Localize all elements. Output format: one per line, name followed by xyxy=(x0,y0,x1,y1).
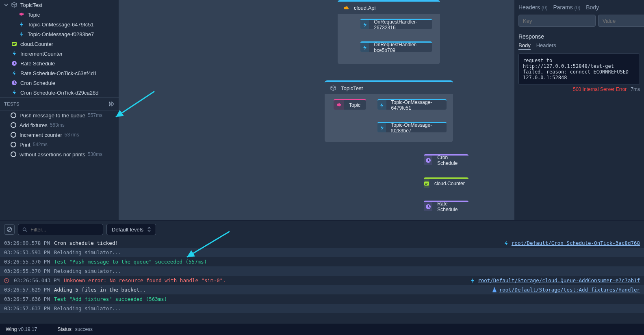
graph-group[interactable]: cloud.Api xyxy=(338,0,440,64)
tree-item[interactable]: Rate Schedule-OnTick-c63ef4d1 xyxy=(0,68,119,78)
node-label: Topic-OnMessage-f0283be7 xyxy=(386,122,447,134)
clock-icon xyxy=(424,156,432,165)
log-source-link[interactable]: root/Default/Storage/cloud.Queue-AddCons… xyxy=(470,277,640,283)
test-item[interactable]: Print542ms xyxy=(0,140,119,149)
bolt-icon xyxy=(503,240,509,246)
tree-item[interactable]: Rate Schedule xyxy=(0,58,119,68)
node-label: Topic xyxy=(344,102,365,108)
tree-item[interactable]: Topic-OnMessage-f0283be7 xyxy=(0,29,119,39)
test-label: Increment counter xyxy=(20,132,62,138)
response-tab[interactable]: Body xyxy=(518,42,531,50)
clock-icon xyxy=(424,202,432,211)
test-item[interactable]: Push message to the queue557ms xyxy=(0,110,119,120)
clear-console-button[interactable] xyxy=(4,224,15,235)
console-toolbar: Default levels xyxy=(0,220,644,238)
response-tab[interactable]: Headers xyxy=(536,42,556,50)
bolt-icon xyxy=(18,30,25,38)
bolt-icon xyxy=(11,69,18,77)
tree-item-label: IncrementCounter xyxy=(20,51,63,57)
product-version: v0.19.17 xyxy=(18,326,37,332)
tree-item[interactable]: cloud.Counter xyxy=(0,39,119,49)
graph-node[interactable]: Topic-OnMessage-f0283be7 xyxy=(377,122,447,132)
svg-rect-3 xyxy=(13,44,15,45)
log-source-link[interactable]: root/Default/Storage/test:Add fixtures/H… xyxy=(492,287,640,293)
node-label: OnRequestHandler-26732316 xyxy=(369,19,432,30)
tests-header: TESTS xyxy=(0,97,119,110)
chevron-down-icon[interactable] xyxy=(4,3,11,7)
tests-list: Push message to the queue557msAdd fixtur… xyxy=(0,110,119,159)
response-status-row: 500 Internal Server Error 7ms xyxy=(518,86,640,92)
console-filter[interactable] xyxy=(18,224,103,235)
key-input[interactable] xyxy=(518,15,596,27)
cube-icon xyxy=(11,1,18,9)
graph-node[interactable]: OnRequestHandler-26732316 xyxy=(360,19,432,29)
test-item[interactable]: Add fixtures563ms xyxy=(0,120,119,130)
log-levels-select[interactable]: Default levels xyxy=(106,224,156,235)
request-tab[interactable]: Params (0) xyxy=(553,4,580,11)
tree-item[interactable]: Topic-OnMessage-6479fc51 xyxy=(0,19,119,29)
bolt-icon xyxy=(11,89,18,96)
log-row: 03:26:56.043 PMUnknown error: No resourc… xyxy=(0,276,644,285)
log-message: Unknown error: No resource found with ha… xyxy=(64,277,226,283)
error-icon xyxy=(4,278,9,283)
log-levels-label: Default levels xyxy=(112,227,143,233)
console-filter-input[interactable] xyxy=(30,227,99,233)
request-tab[interactable]: Headers (0) xyxy=(518,4,547,11)
bolt-icon xyxy=(377,100,386,110)
tree-item[interactable]: IncrementCounter xyxy=(0,49,119,58)
cube-icon xyxy=(330,84,337,92)
graph-node[interactable]: Rate Schedule xyxy=(424,201,468,211)
inspector-panel: Headers (0)Params (0)Body Response BodyH… xyxy=(514,0,644,220)
tree-item-label: Rate Schedule xyxy=(20,61,55,67)
status-bar: Wing v0.19.17 Status: success xyxy=(0,324,644,335)
log-timestamp: 03:26:53.593 PM xyxy=(4,249,50,255)
test-status-icon xyxy=(11,112,16,118)
log-row: 03:26:57.636 PMTest "Add fixtures" succe… xyxy=(0,294,644,304)
svg-rect-8 xyxy=(424,182,429,186)
log-timestamp: 03:26:55.370 PM xyxy=(4,268,50,274)
test-item[interactable]: Increment counter537ms xyxy=(0,130,119,140)
value-input[interactable] xyxy=(598,15,644,27)
response-body: request to http://127.0.0.1:52848/test-g… xyxy=(518,53,640,85)
bolt-icon xyxy=(18,21,25,28)
node-label: cloud.Counter xyxy=(429,181,470,186)
response-latency: 7ms xyxy=(631,86,640,92)
graph-node[interactable]: OnRequestHandler-bce5b709 xyxy=(360,41,432,52)
bolt-icon xyxy=(11,50,18,57)
tree-item[interactable]: TopicTest xyxy=(0,0,119,10)
counter-icon xyxy=(424,179,429,188)
log-message: Test "Push message to the queue" succeed… xyxy=(54,259,207,265)
tests-title: TESTS xyxy=(4,102,20,106)
log-source-link[interactable]: root/Default/Cron Schedule-OnTick-3ac8d7… xyxy=(503,240,640,246)
tree-item-label: Topic xyxy=(28,12,40,18)
graph-node[interactable]: cloud.Counter xyxy=(424,177,468,188)
request-tabs: Headers (0)Params (0)Body xyxy=(518,2,640,13)
test-item[interactable]: without assertions nor prints530ms xyxy=(0,149,119,159)
log-timestamp: 03:26:57.637 PM xyxy=(4,305,50,311)
test-duration: 542ms xyxy=(33,142,48,147)
group-title: cloud.Api xyxy=(354,5,375,11)
log-timestamp: 03:26:57.629 PM xyxy=(4,287,50,293)
status-label: Status: xyxy=(57,326,72,332)
sidebar: TopicTestTopicTopic-OnMessage-6479fc51To… xyxy=(0,0,119,220)
graph-node[interactable]: Topic-OnMessage-6479fc51 xyxy=(377,99,447,110)
cloud-icon xyxy=(343,4,350,11)
log-message: Reloading simulator... xyxy=(54,268,121,274)
test-label: Print xyxy=(20,142,30,148)
topic-icon xyxy=(18,11,25,18)
test-status-icon xyxy=(11,122,16,128)
request-tab[interactable]: Body xyxy=(586,4,599,11)
bolt-icon xyxy=(360,20,369,29)
graph-node[interactable]: Cron Schedule xyxy=(424,154,468,165)
tree-item[interactable]: Cron Schedule-OnTick-d29ca28d xyxy=(0,88,119,97)
tree-item[interactable]: Cron Schedule xyxy=(0,78,119,88)
log-message: Test "Add fixtures" succeeded (563ms) xyxy=(54,296,167,302)
tree-item[interactable]: Topic xyxy=(0,10,119,19)
test-duration: 563ms xyxy=(50,122,65,128)
counter-icon xyxy=(11,40,18,48)
bolt-icon xyxy=(377,123,386,132)
tree-item-label: Cron Schedule xyxy=(20,80,55,86)
graph-canvas[interactable]: cloud.ApiOnRequestHandler-26732316OnRequ… xyxy=(119,0,514,220)
graph-node[interactable]: Topic xyxy=(334,99,366,110)
run-all-tests-icon[interactable] xyxy=(109,102,115,106)
